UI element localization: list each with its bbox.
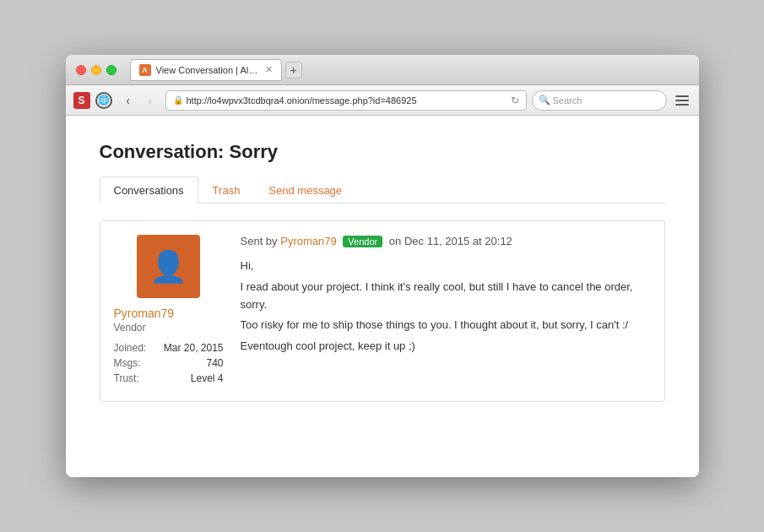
stat-label-joined: Joined: xyxy=(114,342,147,354)
message-text: Hi, I read about your project. I think i… xyxy=(241,258,651,356)
stat-row-joined: Joined: Mar 20, 2015 xyxy=(114,342,224,354)
back-button[interactable]: ‹ xyxy=(118,90,138,111)
search-icon: 🔍 xyxy=(539,95,550,106)
profile-name[interactable]: Pyroman79 xyxy=(114,307,224,320)
avatar: 👤 xyxy=(137,235,200,298)
stat-value-joined: Mar 20, 2015 xyxy=(164,342,224,354)
nav-back-forward: ‹ › xyxy=(118,90,160,111)
close-button[interactable] xyxy=(76,65,86,75)
menu-line-1 xyxy=(675,95,689,97)
profile-stats: Joined: Mar 20, 2015 Msgs: 740 Trust: Le… xyxy=(114,342,224,384)
message-greeting: Hi, xyxy=(241,258,651,275)
nav-bar: S 🌐 ‹ › 🔒 http://lo4wpvx3tcdbqra4.onion/… xyxy=(66,85,699,116)
tab-favicon: A xyxy=(139,64,151,76)
tab-title: View Conversation | Alphab... xyxy=(156,65,258,75)
stat-value-trust: Level 4 xyxy=(191,372,224,384)
address-bar[interactable]: 🔒 http://lo4wpvx3tcdbqra4.onion/message.… xyxy=(165,90,527,111)
message-line-2: Too risky for me to ship those things to… xyxy=(241,317,651,334)
page-title: Conversation: Sorry xyxy=(100,141,665,163)
traffic-lights xyxy=(76,65,116,75)
menu-line-3 xyxy=(675,104,689,106)
sender-name[interactable]: Pyroman79 xyxy=(280,235,336,247)
tab-trash[interactable]: Trash xyxy=(198,176,255,204)
sent-by-label: Sent by xyxy=(241,235,278,247)
menu-button[interactable] xyxy=(672,90,692,111)
tab-bar: A View Conversation | Alphab... ✕ + xyxy=(130,59,689,81)
vendor-badge: Vendor xyxy=(343,236,382,247)
message-line-3: Eventough cool project, keep it up ;) xyxy=(241,338,651,356)
stat-row-msgs: Msgs: 740 xyxy=(114,357,224,369)
stat-label-msgs: Msgs: xyxy=(114,357,141,369)
s-icon: S xyxy=(73,92,90,109)
page-content: Conversation: Sorry Conversations Trash … xyxy=(66,116,699,477)
new-tab-button[interactable]: + xyxy=(285,62,302,79)
browser-icons: S 🌐 xyxy=(73,91,113,110)
globe-addon-icon: 🌐 xyxy=(95,91,113,110)
message-date: Dec 11, 2015 at 20:12 xyxy=(404,235,512,247)
search-placeholder: Search xyxy=(553,95,582,106)
s-addon-icon: S xyxy=(73,91,91,110)
message-container: 👤 Pyroman79 Vendor Joined: Mar 20, 2015 … xyxy=(100,220,665,402)
forward-button[interactable]: › xyxy=(140,90,160,111)
refresh-icon[interactable]: ↻ xyxy=(511,95,519,106)
minimize-button[interactable] xyxy=(91,65,101,75)
globe-icon: 🌐 xyxy=(95,92,112,109)
stat-value-msgs: 740 xyxy=(206,357,223,369)
profile-panel: 👤 Pyroman79 Vendor Joined: Mar 20, 2015 … xyxy=(114,235,224,388)
browser-window: A View Conversation | Alphab... ✕ + S 🌐 … xyxy=(66,55,699,477)
search-bar[interactable]: 🔍 Search xyxy=(532,90,667,111)
tab-send-message[interactable]: Send message xyxy=(254,176,356,204)
address-text: http://lo4wpvx3tcdbqra4.onion/message.ph… xyxy=(187,95,507,106)
message-header: Sent by Pyroman79 Vendor on Dec 11, 2015… xyxy=(241,235,651,247)
tabs: Conversations Trash Send message xyxy=(100,176,665,204)
tab-conversations[interactable]: Conversations xyxy=(100,176,198,204)
avatar-icon: 👤 xyxy=(149,249,187,285)
stat-row-trust: Trust: Level 4 xyxy=(114,372,224,384)
lock-icon: 🔒 xyxy=(173,95,183,105)
on-label: on xyxy=(389,235,401,247)
title-bar: A View Conversation | Alphab... ✕ + xyxy=(66,55,699,85)
tab-close-icon[interactable]: ✕ xyxy=(265,64,273,75)
maximize-button[interactable] xyxy=(106,65,116,75)
message-body: Sent by Pyroman79 Vendor on Dec 11, 2015… xyxy=(241,235,651,388)
profile-role: Vendor xyxy=(114,322,224,334)
message-line-1: I read about your project. I think it's … xyxy=(241,279,651,314)
menu-line-2 xyxy=(675,100,689,101)
browser-tab[interactable]: A View Conversation | Alphab... ✕ xyxy=(130,59,282,81)
stat-label-trust: Trust: xyxy=(114,372,139,384)
